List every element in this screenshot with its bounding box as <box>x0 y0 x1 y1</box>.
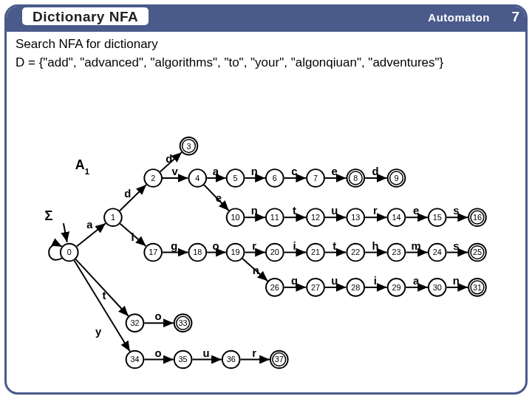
header-right-label: Automaton <box>428 11 490 24</box>
edge-label: t <box>293 205 296 216</box>
description-line-1: Search NFA for dictionary <box>16 36 516 52</box>
edge-label: i <box>374 275 377 287</box>
edge-label: n <box>453 275 460 287</box>
state-label: 2 <box>151 174 155 183</box>
state-label: 33 <box>179 318 188 327</box>
edge-label: t <box>332 240 336 252</box>
state-label: 8 <box>353 174 358 183</box>
state-label: 17 <box>149 248 157 256</box>
edge-label: n <box>251 205 258 216</box>
edge-label: r <box>252 240 256 252</box>
edge-label: o <box>155 310 162 322</box>
edge-label: r <box>252 347 256 359</box>
state-label: 7 <box>313 174 318 183</box>
edge-label: o <box>212 240 219 252</box>
content-area: Search NFA for dictionary D = {"add", "a… <box>16 36 516 385</box>
edge-label: a <box>413 275 420 287</box>
edge-label: s <box>453 240 459 252</box>
state-label: 34 <box>130 355 139 364</box>
state-label: 14 <box>392 213 400 222</box>
state-label: 16 <box>473 213 482 222</box>
edge-label: m <box>412 240 421 252</box>
state-label: 5 <box>233 174 238 183</box>
state-label: 32 <box>130 318 139 327</box>
edge-label: u <box>331 275 338 287</box>
edge-label: d <box>372 166 378 177</box>
edge-label: u <box>331 205 338 216</box>
edge-label: h <box>372 240 378 252</box>
header-title: Dictionary NFA <box>33 9 138 24</box>
edge <box>75 259 128 316</box>
state-label: 0 <box>67 248 72 256</box>
state-label: 12 <box>311 213 320 222</box>
page-number: 7 <box>511 9 519 25</box>
state-label: 21 <box>311 248 320 256</box>
edge-label: e <box>332 166 338 177</box>
edge-label: y <box>95 326 102 338</box>
state-label: 6 <box>273 174 277 183</box>
state-label: 18 <box>193 248 202 256</box>
header-bar: Dictionary NFA Automaton 7 <box>7 7 525 32</box>
edge-label: e <box>216 192 222 204</box>
edge-label: t <box>103 290 106 301</box>
state-label: 30 <box>433 283 442 292</box>
edge-label: a <box>86 219 93 231</box>
state-label: 36 <box>227 355 236 364</box>
description-line-2: D = {"add", "advanced", "algorithms", "t… <box>16 55 516 70</box>
state-label: 3 <box>186 142 191 151</box>
edge-label: u <box>203 347 210 359</box>
edge-label: e <box>413 205 419 216</box>
start-arrow <box>64 223 67 242</box>
slide-frame: Dictionary NFA Automaton 7 Search NFA fo… <box>4 4 528 395</box>
state-label: 26 <box>270 283 279 292</box>
state-label: 4 <box>195 174 200 183</box>
state-label: 23 <box>392 248 400 256</box>
edge-label: n <box>253 265 259 276</box>
edge-label: a <box>213 166 219 177</box>
sigma-label: Σ <box>44 208 52 223</box>
nfa-diagram: addvaencedntureslgornithmsquiantoyour012… <box>16 72 516 385</box>
edge-label: d <box>166 153 172 165</box>
state-label: 37 <box>275 355 284 364</box>
edge-label: s <box>453 205 459 216</box>
edge-label: q <box>291 275 298 287</box>
edge-label: r <box>373 205 378 216</box>
state-label: 29 <box>392 283 400 292</box>
edge <box>74 260 129 351</box>
header-title-tab: Dictionary NFA <box>20 5 151 27</box>
state-label: 27 <box>311 283 320 292</box>
edge-label: o <box>155 347 162 359</box>
state-label: 1 <box>111 213 115 222</box>
edge-label: v <box>172 166 179 177</box>
state-label: 13 <box>351 213 360 222</box>
state-label: 28 <box>351 283 360 292</box>
state-label: 11 <box>270 213 279 222</box>
state-label: 35 <box>179 355 188 364</box>
edge-label: i <box>293 240 296 252</box>
edge-label: l <box>131 231 134 243</box>
state-label: 22 <box>351 248 360 256</box>
state-label: 25 <box>473 248 482 256</box>
state-label: 19 <box>231 248 240 256</box>
state-label: 10 <box>231 213 240 222</box>
edge-label: d <box>124 188 131 200</box>
state-label: 15 <box>433 213 442 222</box>
edge-label: g <box>171 240 177 252</box>
edge-label: c <box>291 166 297 177</box>
state-label: 9 <box>394 174 398 183</box>
state-label: 20 <box>270 248 279 256</box>
state-label: 31 <box>473 283 482 292</box>
state-label: 24 <box>433 248 442 256</box>
edge-label: n <box>251 166 258 177</box>
automaton-label: A1 <box>75 157 90 177</box>
